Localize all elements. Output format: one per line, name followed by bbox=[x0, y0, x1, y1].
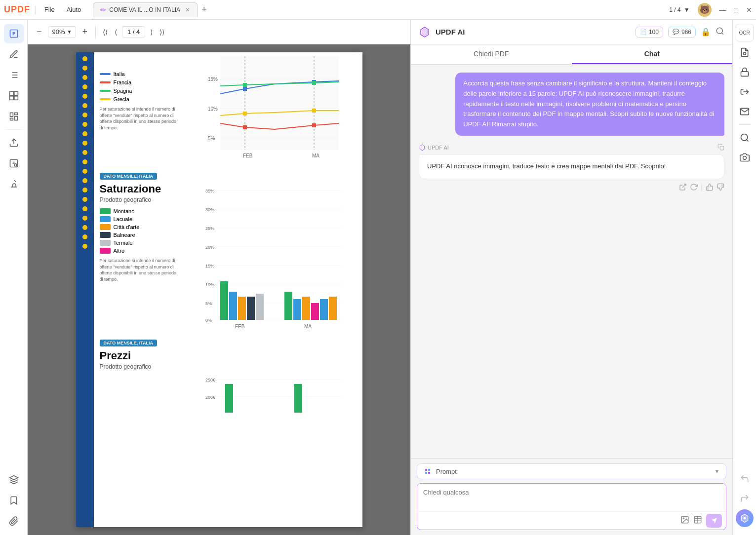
search-right-icon[interactable] bbox=[736, 129, 754, 147]
svg-point-73 bbox=[425, 469, 428, 471]
ai-regenerate-button[interactable] bbox=[690, 183, 698, 192]
svg-rect-66 bbox=[294, 384, 302, 413]
bar-legend-termale: Termale bbox=[100, 240, 179, 246]
export-right-icon[interactable] bbox=[736, 83, 754, 101]
section3-title: Prezzi bbox=[100, 349, 357, 362]
section3-badge: DATO MENSILE, ITALIA bbox=[100, 340, 158, 346]
menu-file[interactable]: File bbox=[40, 4, 59, 15]
ai-copy-response-button[interactable] bbox=[717, 144, 724, 152]
mail-right-icon[interactable] bbox=[736, 103, 754, 120]
svg-rect-53 bbox=[284, 292, 292, 320]
menu-aiuto[interactable]: Aiuto bbox=[63, 4, 85, 15]
image-upload-button[interactable] bbox=[680, 515, 689, 526]
chat-input-field[interactable] bbox=[417, 484, 726, 509]
legend-grecia: Grecia bbox=[114, 96, 129, 102]
export-icon[interactable] bbox=[4, 133, 24, 153]
svg-rect-50 bbox=[238, 297, 246, 320]
zoom-display[interactable]: 90% ▼ bbox=[48, 26, 77, 38]
tab-chat[interactable]: Chat bbox=[572, 44, 733, 64]
svg-rect-3 bbox=[9, 96, 13, 100]
page-last-button[interactable]: ⟩⟩ bbox=[158, 26, 166, 38]
svg-rect-6 bbox=[14, 113, 17, 115]
bookmark-icon[interactable] bbox=[4, 491, 24, 510]
page-next-button[interactable]: ⟩ bbox=[148, 26, 155, 38]
svg-point-74 bbox=[428, 469, 431, 471]
svg-rect-28 bbox=[243, 112, 247, 115]
legend-item: Spagna bbox=[100, 88, 179, 94]
close-button[interactable]: ✕ bbox=[746, 6, 752, 14]
legend-francia: Francia bbox=[114, 79, 132, 85]
protect-icon[interactable] bbox=[736, 63, 754, 81]
ai-share-button[interactable] bbox=[679, 183, 687, 192]
section2-title: Saturazione bbox=[100, 183, 179, 195]
svg-rect-54 bbox=[293, 299, 301, 320]
scan-document-icon[interactable] bbox=[736, 43, 754, 61]
svg-text:MA: MA bbox=[312, 153, 319, 158]
user-avatar[interactable]: 🐻 bbox=[698, 3, 712, 17]
svg-rect-56 bbox=[311, 303, 319, 320]
svg-rect-2 bbox=[14, 92, 18, 96]
svg-rect-4 bbox=[14, 96, 18, 100]
attach-icon[interactable] bbox=[4, 511, 24, 531]
legend-item: Francia bbox=[100, 79, 179, 85]
svg-point-76 bbox=[428, 472, 431, 474]
pages-icon[interactable] bbox=[4, 86, 24, 106]
prompt-dropdown-icon: ▼ bbox=[714, 468, 720, 475]
ocr-icon[interactable]: OCR bbox=[736, 24, 754, 41]
svg-point-69 bbox=[716, 28, 722, 34]
svg-rect-84 bbox=[741, 72, 748, 76]
page-dropdown[interactable]: ▼ bbox=[684, 6, 690, 13]
tab-close[interactable]: ✕ bbox=[185, 6, 190, 13]
svg-rect-19 bbox=[220, 56, 339, 150]
zoom-out-button[interactable]: − bbox=[34, 25, 45, 39]
minimize-button[interactable]: — bbox=[719, 6, 726, 14]
ai-thumbsdown-button[interactable] bbox=[716, 183, 724, 192]
reader-icon[interactable] bbox=[4, 24, 24, 43]
organize-icon[interactable] bbox=[4, 107, 24, 126]
send-button[interactable] bbox=[706, 514, 722, 528]
ai-float-button[interactable] bbox=[736, 509, 754, 527]
svg-point-86 bbox=[741, 134, 747, 141]
svg-rect-26 bbox=[243, 125, 247, 129]
prompt-selector[interactable]: Prompt ▼ bbox=[417, 463, 726, 479]
annotate-icon[interactable] bbox=[4, 44, 24, 64]
section2-badge: DATO MENSILE, ITALIA bbox=[100, 173, 158, 180]
list-icon[interactable] bbox=[4, 65, 24, 85]
maximize-button[interactable]: □ bbox=[734, 6, 738, 14]
section3-subtitle: Prodotto geografico bbox=[100, 363, 357, 370]
camera-right-icon[interactable] bbox=[736, 149, 754, 166]
svg-rect-51 bbox=[247, 297, 255, 320]
layers-icon[interactable] bbox=[4, 470, 24, 490]
stamp-icon[interactable] bbox=[4, 174, 24, 194]
ai-thumbsup-button[interactable] bbox=[706, 183, 714, 192]
ai-search-button[interactable] bbox=[716, 27, 724, 38]
svg-rect-8 bbox=[10, 118, 13, 120]
legend-italia: Italia bbox=[114, 71, 125, 77]
svg-text:10%: 10% bbox=[205, 282, 214, 287]
svg-point-89 bbox=[743, 517, 746, 520]
page-display: 1 / 4 bbox=[122, 26, 145, 38]
chat-credit-icon: 💬 bbox=[673, 29, 679, 35]
zoom-in-button[interactable]: + bbox=[79, 25, 90, 39]
messages-area: Accorcia questa frase senza cambiare il … bbox=[411, 65, 732, 458]
svg-text:15%: 15% bbox=[205, 264, 214, 268]
svg-text:35%: 35% bbox=[205, 189, 214, 193]
svg-rect-7 bbox=[14, 116, 17, 120]
chat-input-wrapper bbox=[417, 483, 726, 530]
table-insert-button[interactable] bbox=[693, 515, 702, 526]
redo-right-icon[interactable] bbox=[736, 490, 754, 507]
active-tab[interactable]: ✏ COME VA IL ...O IN ITALIA ✕ bbox=[93, 2, 198, 17]
svg-point-75 bbox=[425, 472, 428, 474]
page-first-button[interactable]: ⟨⟨ bbox=[101, 26, 110, 38]
tab-title: COME VA IL ...O IN ITALIA bbox=[109, 6, 180, 13]
undo-right-icon[interactable] bbox=[736, 470, 754, 488]
page-prev-button[interactable]: ⟨ bbox=[113, 26, 119, 38]
ai-lock-button[interactable]: 🔒 bbox=[701, 27, 711, 37]
credit-chat: 💬 966 bbox=[668, 27, 696, 38]
svg-text:30%: 30% bbox=[205, 207, 214, 212]
svg-point-83 bbox=[743, 52, 746, 55]
form-icon[interactable] bbox=[4, 153, 24, 173]
new-tab-button[interactable]: + bbox=[201, 4, 207, 15]
tab-chiedi-pdf[interactable]: Chiedi PDF bbox=[411, 44, 572, 64]
svg-rect-22 bbox=[243, 87, 247, 91]
